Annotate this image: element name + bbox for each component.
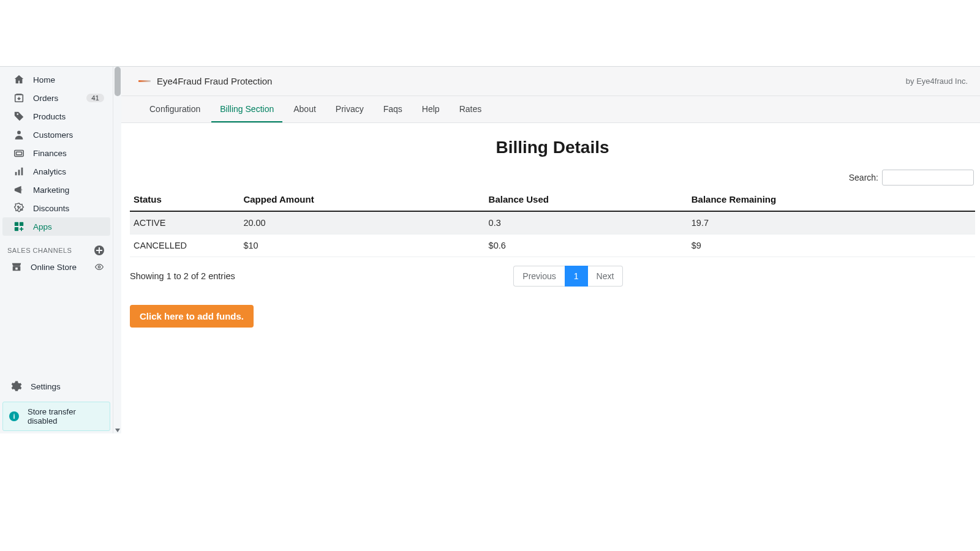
sidebar-item-products[interactable]: Products xyxy=(2,107,110,126)
notice-text: Store transfer disabled xyxy=(28,407,104,425)
tag-icon xyxy=(13,111,24,122)
channel-label: Online Store xyxy=(31,263,77,272)
page-title: Billing Details xyxy=(130,138,975,157)
add-channel-button[interactable] xyxy=(94,246,104,255)
tab-label: Billing Section xyxy=(220,104,274,114)
main-content: Eye4Fraud Fraud Protection by Eye4fraud … xyxy=(121,67,980,433)
pager-previous-button[interactable]: Previous xyxy=(513,266,564,287)
tab-rates[interactable]: Rates xyxy=(451,96,491,122)
add-funds-button[interactable]: Click here to add funds. xyxy=(130,305,254,328)
tab-label: Faqs xyxy=(383,104,402,114)
svg-rect-4 xyxy=(15,172,17,175)
apps-icon xyxy=(13,221,24,232)
sidebar-item-label: Orders xyxy=(33,94,58,103)
home-icon xyxy=(13,74,24,85)
col-capped-amount[interactable]: Capped Amount xyxy=(239,189,484,211)
sidebar-item-label: Discounts xyxy=(33,204,69,213)
discount-icon xyxy=(13,203,24,214)
app-byline: by Eye4fraud Inc. xyxy=(906,77,968,86)
app-header: Eye4Fraud Fraud Protection by Eye4fraud … xyxy=(121,67,980,96)
table-footer: Showing 1 to 2 of 2 entries Previous 1 N… xyxy=(130,266,975,287)
search-row: Search: xyxy=(130,170,975,186)
svg-rect-9 xyxy=(15,227,18,231)
billing-content: Billing Details Search: Status Capped Am… xyxy=(121,123,980,433)
sidebar-item-label: Marketing xyxy=(33,186,69,195)
table-row: CANCELLED $10 $0.6 $9 xyxy=(130,234,975,257)
sales-channels-header: SALES CHANNELS xyxy=(0,236,113,258)
tab-configuration[interactable]: Configuration xyxy=(141,96,209,122)
sidebar-item-orders[interactable]: Orders 41 xyxy=(2,89,110,107)
section-title: SALES CHANNELS xyxy=(7,247,72,254)
sidebar-item-marketing[interactable]: Marketing xyxy=(2,181,110,199)
pager: Previous 1 Next xyxy=(513,266,623,287)
app-title: Eye4Fraud Fraud Protection xyxy=(157,76,272,86)
tab-label: About xyxy=(293,104,316,114)
pager-next-button[interactable]: Next xyxy=(588,266,624,287)
svg-rect-6 xyxy=(21,168,23,176)
cell-remaining: 19.7 xyxy=(688,211,975,234)
billing-table: Status Capped Amount Balance Used Balanc… xyxy=(130,189,975,257)
sidebar-item-apps[interactable]: Apps xyxy=(2,217,110,236)
sidebar-item-analytics[interactable]: Analytics xyxy=(2,162,110,181)
sidebar-item-label: Analytics xyxy=(33,167,66,176)
sidebar-scrollbar[interactable] xyxy=(113,67,121,433)
sidebar-item-customers[interactable]: Customers xyxy=(2,126,110,144)
sidebar-item-discounts[interactable]: Discounts xyxy=(2,199,110,217)
svg-rect-3 xyxy=(17,152,22,155)
sidebar-item-label: Home xyxy=(33,75,55,84)
search-input[interactable] xyxy=(882,170,974,186)
person-icon xyxy=(13,129,24,140)
cell-used: $0.6 xyxy=(485,234,688,257)
col-balance-remaining[interactable]: Balance Remaining xyxy=(688,189,975,211)
tab-label: Rates xyxy=(459,104,482,114)
sidebar: Home Orders 41 Products Customers xyxy=(0,67,113,433)
gear-icon xyxy=(11,381,22,392)
scrollbar-down-arrow-icon[interactable] xyxy=(115,429,120,432)
sidebar-item-label: Finances xyxy=(33,149,67,158)
col-status[interactable]: Status xyxy=(130,189,239,211)
tab-billing-section[interactable]: Billing Section xyxy=(211,96,282,122)
sidebar-item-label: Customers xyxy=(33,130,73,140)
analytics-icon xyxy=(13,166,24,177)
cell-remaining: $9 xyxy=(688,234,975,257)
scrollbar-thumb[interactable] xyxy=(115,67,121,96)
tab-label: Help xyxy=(422,104,440,114)
sidebar-item-home[interactable]: Home xyxy=(2,70,110,89)
app-body: Home Orders 41 Products Customers xyxy=(0,66,980,433)
store-icon xyxy=(11,261,22,272)
svg-rect-5 xyxy=(18,170,20,175)
info-icon: i xyxy=(9,411,19,421)
view-store-icon[interactable] xyxy=(94,262,104,272)
tab-help[interactable]: Help xyxy=(413,96,448,122)
cell-used: 0.3 xyxy=(485,211,688,234)
col-balance-used[interactable]: Balance Used xyxy=(485,189,688,211)
tab-label: Privacy xyxy=(336,104,364,114)
cell-capped: $10 xyxy=(239,234,484,257)
cell-status: ACTIVE xyxy=(130,211,239,234)
table-header-row: Status Capped Amount Balance Used Balanc… xyxy=(130,189,975,211)
settings-label: Settings xyxy=(31,382,61,391)
tab-bar: Configuration Billing Section About Priv… xyxy=(121,96,980,123)
megaphone-icon xyxy=(13,184,24,195)
sidebar-item-label: Apps xyxy=(33,222,52,231)
tab-label: Configuration xyxy=(149,104,200,114)
sidebar-item-finances[interactable]: Finances xyxy=(2,144,110,162)
sidebar-item-settings[interactable]: Settings xyxy=(0,376,113,397)
pager-page-1[interactable]: 1 xyxy=(565,266,588,287)
channel-online-store[interactable]: Online Store xyxy=(0,258,113,276)
tab-about[interactable]: About xyxy=(285,96,325,122)
tab-faqs[interactable]: Faqs xyxy=(375,96,411,122)
tab-privacy[interactable]: Privacy xyxy=(327,96,372,122)
finances-icon xyxy=(13,148,24,159)
nav-list: Home Orders 41 Products Customers xyxy=(0,67,113,236)
svg-rect-7 xyxy=(15,222,18,226)
svg-rect-8 xyxy=(20,222,23,226)
top-blank-area xyxy=(0,0,980,66)
table-row: ACTIVE 20.00 0.3 19.7 xyxy=(130,211,975,234)
sidebar-footer: Settings i Store transfer disabled xyxy=(0,376,113,433)
orders-icon xyxy=(13,92,24,103)
sidebar-item-label: Products xyxy=(33,112,66,121)
orders-badge: 41 xyxy=(86,94,104,102)
search-label: Search: xyxy=(849,173,878,182)
cell-capped: 20.00 xyxy=(239,211,484,234)
